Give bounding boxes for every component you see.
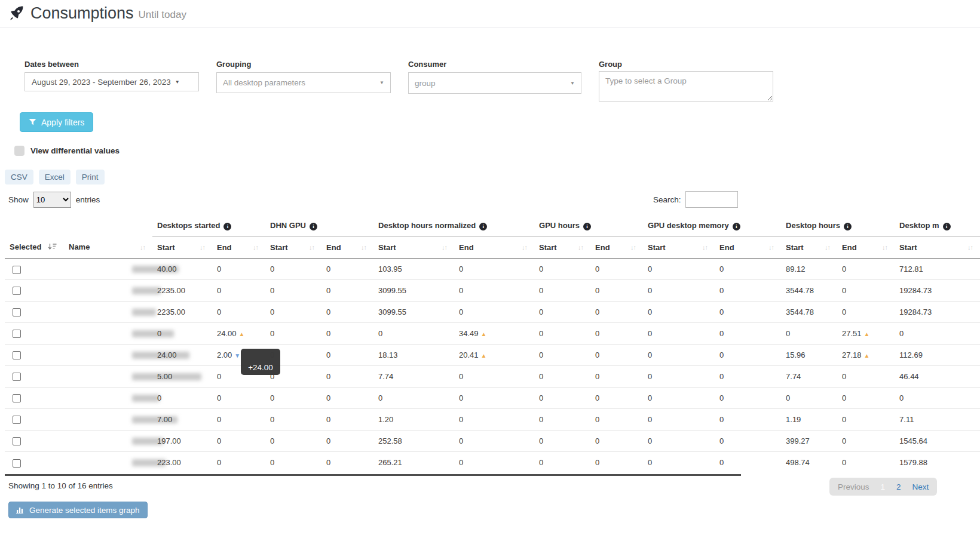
show-label: Show xyxy=(8,195,29,204)
column-header-selected[interactable]: Selected xyxy=(5,236,64,259)
value-cell: 0 xyxy=(534,431,590,452)
column-header-end[interactable]: End↓↑ xyxy=(454,236,534,259)
sort-icon[interactable]: ↓↑ xyxy=(825,244,830,251)
value-cell: 0 xyxy=(534,323,590,345)
group-header-label: Desktop hours xyxy=(786,221,840,230)
cell-value: 0 xyxy=(217,265,221,273)
cell-value: 0 xyxy=(459,308,463,316)
row-checkbox[interactable] xyxy=(13,373,21,381)
sort-icon[interactable]: ↓↑ xyxy=(442,244,447,251)
cell-value: 0 xyxy=(595,351,599,359)
sort-icon[interactable]: ↓↑ xyxy=(967,244,973,251)
excel-button[interactable]: Excel xyxy=(39,170,71,185)
page-button-next[interactable]: Next xyxy=(912,482,929,491)
info-icon[interactable]: i xyxy=(844,223,852,230)
group-header: Desktop mi xyxy=(895,215,980,236)
cell-value: 0 xyxy=(326,351,330,359)
row-checkbox[interactable] xyxy=(13,416,21,424)
column-header-start[interactable]: Start↓↑ xyxy=(643,236,715,259)
row-checkbox[interactable] xyxy=(13,266,21,274)
cell-value: 89.12 xyxy=(786,265,806,273)
value-cell: 0 xyxy=(454,452,534,474)
sort-icon[interactable]: ↓↑ xyxy=(200,244,205,251)
name-cell xyxy=(64,280,152,302)
group-header-label: Desktops started xyxy=(157,221,220,230)
column-header-end[interactable]: End↓↑ xyxy=(715,236,781,259)
consumer-value: group xyxy=(415,79,436,88)
value-cell: 3099.55 xyxy=(373,302,454,323)
grouping-select[interactable]: All desktop parameters ▼ xyxy=(216,72,391,93)
column-header-end[interactable]: End↓↑ xyxy=(212,236,265,259)
column-header-start[interactable]: Start↓↑ xyxy=(895,236,980,259)
value-cell: 0 xyxy=(837,431,895,452)
table-row: 024.00▲00034.49▲0000027.51▲0 xyxy=(5,323,980,345)
increase-marker-icon: ▲ xyxy=(239,331,245,337)
print-button[interactable]: Print xyxy=(76,170,105,185)
sort-icon[interactable]: ↓↑ xyxy=(630,244,636,251)
cell-value: 5.00 xyxy=(157,372,172,381)
sort-icon[interactable]: ↓↑ xyxy=(361,244,366,251)
value-cell: 0 xyxy=(212,280,265,302)
page-length-select[interactable]: 10 xyxy=(33,192,71,208)
cell-value: 0 xyxy=(270,372,274,381)
column-header-start[interactable]: Start↓↑ xyxy=(152,236,212,259)
row-checkbox[interactable] xyxy=(13,437,21,445)
info-icon[interactable]: i xyxy=(310,223,317,230)
group-header: DHN GPUi xyxy=(265,215,373,236)
dates-range-picker[interactable]: August 29, 2023 - September 26, 2023 ▼ xyxy=(24,72,199,91)
search-input[interactable] xyxy=(685,191,738,208)
cell-value: 0 xyxy=(270,415,274,424)
group-header: Desktop hours normalizedi xyxy=(373,215,534,236)
info-icon[interactable]: i xyxy=(733,223,740,230)
cell-value: 0 xyxy=(719,372,724,381)
row-checkbox[interactable] xyxy=(13,308,21,316)
value-cell: 0 xyxy=(454,259,534,280)
value-cell: 7.74 xyxy=(781,366,837,388)
row-checkbox[interactable] xyxy=(13,394,21,402)
sort-icon[interactable]: ↓↑ xyxy=(702,244,708,251)
page-button-2[interactable]: 2 xyxy=(896,482,901,491)
info-icon[interactable]: i xyxy=(479,223,487,230)
cell-value: 0 xyxy=(719,265,724,273)
info-icon[interactable]: i xyxy=(223,223,231,230)
row-checkbox[interactable] xyxy=(13,459,21,468)
info-icon[interactable]: i xyxy=(943,223,951,230)
column-header-name[interactable]: Name↓↑ xyxy=(64,236,152,259)
column-header-start[interactable]: Start↓↑ xyxy=(781,236,837,259)
select-cell xyxy=(5,388,64,409)
cell-value: 0 xyxy=(842,265,846,273)
row-checkbox[interactable] xyxy=(13,287,21,295)
value-cell: 0 xyxy=(715,259,781,280)
row-checkbox[interactable] xyxy=(13,351,21,359)
cell-value: 0 xyxy=(217,372,221,381)
generate-graph-button[interactable]: Generate selected items graph xyxy=(8,502,148,518)
differential-checkbox[interactable] xyxy=(14,146,24,156)
column-header-start[interactable]: Start↓↑ xyxy=(265,236,321,259)
value-cell: 0 xyxy=(590,388,643,409)
value-cell: 0 xyxy=(321,323,373,345)
column-header-start[interactable]: Start↓↑ xyxy=(534,236,590,259)
sort-icon[interactable]: ↓↑ xyxy=(578,244,583,251)
column-header-end[interactable]: End↓↑ xyxy=(837,236,895,259)
value-cell: 2235.00 xyxy=(152,280,212,302)
sort-icon[interactable]: ↓↑ xyxy=(140,244,145,251)
column-header-end[interactable]: End↓↑ xyxy=(321,236,373,259)
value-cell: 19284.73 xyxy=(895,302,980,323)
consumer-select[interactable]: group ▼ xyxy=(408,72,581,94)
sort-icon[interactable]: ↓↑ xyxy=(253,244,258,251)
column-header-label: End xyxy=(842,243,857,252)
sort-icon[interactable]: ↓↑ xyxy=(309,244,314,251)
row-checkbox[interactable] xyxy=(13,330,21,338)
name-cell xyxy=(64,452,152,474)
sort-icon[interactable]: ↓↑ xyxy=(882,244,887,251)
column-header-start[interactable]: Start↓↑ xyxy=(373,236,454,259)
apply-filters-button[interactable]: Apply filters xyxy=(20,112,93,132)
sort-icon[interactable]: ↓↑ xyxy=(522,244,527,251)
column-header-label: Start xyxy=(270,243,288,252)
info-icon[interactable]: i xyxy=(583,223,591,230)
sort-icon[interactable] xyxy=(48,243,57,251)
column-header-end[interactable]: End↓↑ xyxy=(590,236,643,259)
group-input[interactable] xyxy=(599,71,773,102)
csv-button[interactable]: CSV xyxy=(5,170,33,185)
sort-icon[interactable]: ↓↑ xyxy=(768,244,774,251)
